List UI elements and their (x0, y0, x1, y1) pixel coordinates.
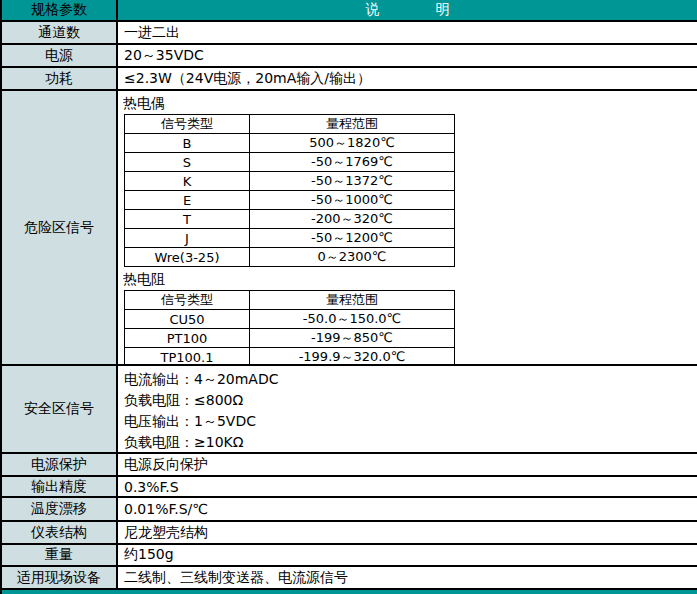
row-label: 危险区信号 (2, 91, 118, 364)
signal-range: -199～850℃ (250, 329, 455, 348)
header-desc-col: 说 明 (118, 0, 697, 20)
signal-range: -50～1000℃ (250, 191, 455, 210)
header-param-col: 规格参数 (2, 0, 118, 20)
safe-zone-line: 负载电阻：≥10KΩ (124, 432, 697, 453)
signal-type: Wre(3-25) (125, 248, 250, 267)
signal-type: E (125, 191, 250, 210)
bottom-border-strip (2, 588, 697, 594)
row-value: 约150g (118, 545, 697, 565)
row-label: 安全区信号 (2, 366, 118, 452)
table-row-danger-zone: 危险区信号 热电偶 信号类型 量程范围 B 500～1820℃ S -50～17… (2, 91, 697, 366)
signal-type: B (125, 134, 250, 153)
row-label: 输出精度 (2, 477, 118, 496)
row-value: 0.3%F.S (118, 477, 697, 496)
signal-range: -50～1769℃ (250, 153, 455, 172)
table-row: S -50～1769℃ (125, 153, 455, 172)
table-row: Wre(3-25) 0～2300℃ (125, 248, 455, 267)
table-row: 功耗 ≤2.3W（24V电源，20mA输入/输出） (2, 68, 697, 91)
table-row: J -50～1200℃ (125, 229, 455, 248)
row-label: 仪表结构 (2, 522, 118, 543)
signal-type: J (125, 229, 250, 248)
safe-zone-line: 电流输出：4～20mADC (124, 369, 697, 390)
rtd-title: 热电阻 (123, 269, 697, 289)
signal-range: -199.9～320.0℃ (250, 348, 455, 367)
column-header: 量程范围 (250, 291, 455, 310)
table-row: 温度漂移 0.01%F.S/℃ (2, 498, 697, 522)
danger-zone-content: 热电偶 信号类型 量程范围 B 500～1820℃ S -50～1769℃ K … (118, 91, 697, 364)
signal-type: S (125, 153, 250, 172)
table-row: 输出精度 0.3%F.S (2, 477, 697, 498)
row-label: 重量 (2, 545, 118, 565)
signal-range: -50.0～150.0℃ (250, 310, 455, 329)
signal-type: PT100 (125, 329, 250, 348)
row-label: 通道数 (2, 22, 118, 43)
signal-range: -200～320℃ (250, 210, 455, 229)
column-header: 信号类型 (125, 115, 250, 134)
signal-type: CU50 (125, 310, 250, 329)
row-value: 电源反向保护 (118, 454, 697, 475)
signal-type: TP100.1 (125, 348, 250, 367)
table-row: 通道数 一进二出 (2, 22, 697, 45)
signal-range: -50～1200℃ (250, 229, 455, 248)
row-value: ≤2.3W（24V电源，20mA输入/输出） (118, 68, 697, 89)
table-row: 电源 20～35VDC (2, 45, 697, 68)
signal-type: K (125, 172, 250, 191)
signal-type: T (125, 210, 250, 229)
row-value: 二线制、三线制变送器、电流源信号 (118, 567, 697, 588)
table-row: 电源保护 电源反向保护 (2, 454, 697, 477)
signal-range: -50～1372℃ (250, 172, 455, 191)
thermocouple-table: 信号类型 量程范围 B 500～1820℃ S -50～1769℃ K -50～… (124, 114, 455, 267)
table-row: CU50 -50.0～150.0℃ (125, 310, 455, 329)
table-row: T -200～320℃ (125, 210, 455, 229)
table-row: 适用现场设备 二线制、三线制变送器、电流源信号 (2, 567, 697, 588)
row-value: 一进二出 (118, 22, 697, 43)
table-row: 信号类型 量程范围 (125, 115, 455, 134)
table-row: 信号类型 量程范围 (125, 291, 455, 310)
signal-range: 500～1820℃ (250, 134, 455, 153)
spec-table: 规格参数 说 明 通道数 一进二出 电源 20～35VDC 功耗 ≤2.3W（2… (0, 0, 697, 594)
row-label: 电源 (2, 45, 118, 66)
table-row: PT100 -199～850℃ (125, 329, 455, 348)
row-value: 尼龙塑壳结构 (118, 522, 697, 543)
column-header: 信号类型 (125, 291, 250, 310)
table-row: 重量 约150g (2, 545, 697, 567)
row-label: 功耗 (2, 68, 118, 89)
table-row: 仪表结构 尼龙塑壳结构 (2, 522, 697, 545)
thermocouple-title: 热电偶 (123, 93, 697, 113)
table-row-safe-zone: 安全区信号 电流输出：4～20mADC 负载电阻：≤800Ω 电压输出：1～5V… (2, 366, 697, 454)
column-header: 量程范围 (250, 115, 455, 134)
row-label: 适用现场设备 (2, 567, 118, 588)
safe-zone-content: 电流输出：4～20mADC 负载电阻：≤800Ω 电压输出：1～5VDC 负载电… (118, 366, 697, 452)
table-row: B 500～1820℃ (125, 134, 455, 153)
table-header-row: 规格参数 说 明 (2, 0, 697, 22)
rtd-table: 信号类型 量程范围 CU50 -50.0～150.0℃ PT100 -199～8… (124, 290, 455, 367)
safe-zone-line: 电压输出：1～5VDC (124, 411, 697, 432)
signal-range: 0～2300℃ (250, 248, 455, 267)
table-row: K -50～1372℃ (125, 172, 455, 191)
row-label: 温度漂移 (2, 498, 118, 520)
row-label: 电源保护 (2, 454, 118, 475)
table-row: TP100.1 -199.9～320.0℃ (125, 348, 455, 367)
table-row: E -50～1000℃ (125, 191, 455, 210)
row-value: 0.01%F.S/℃ (118, 498, 697, 520)
safe-zone-line: 负载电阻：≤800Ω (124, 390, 697, 411)
row-value: 20～35VDC (118, 45, 697, 66)
